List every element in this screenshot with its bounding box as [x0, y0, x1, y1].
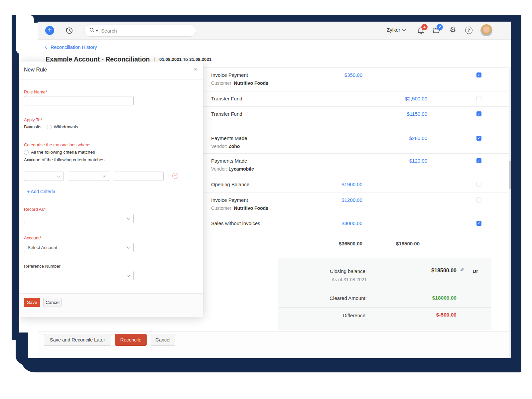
closing-balance-row: Closing balance: As of 31.08.2021 $18500…: [278, 258, 491, 290]
date-range: 01.08.2021 To 31.08.2021: [159, 57, 211, 62]
transaction-type: Opening Balance: [211, 182, 249, 187]
close-icon[interactable]: ×: [194, 66, 197, 72]
debit-indicator: Dr: [472, 268, 478, 274]
transaction-checkbox[interactable]: [476, 72, 481, 77]
search-input[interactable]: [100, 28, 175, 34]
transaction-row[interactable]: Invoice PaymentCustomer: Nutritivo Foods…: [199, 68, 509, 91]
history-icon[interactable]: [65, 26, 73, 35]
top-toolbar: + ▾ Zylker 4: [38, 22, 511, 40]
search-scope-caret-icon[interactable]: ▾: [96, 29, 98, 33]
apply-to-options: DepositsWithdrawals: [24, 124, 78, 129]
radio-option[interactable]: Withdrawals: [47, 124, 78, 129]
org-switcher[interactable]: Zylker: [387, 27, 405, 33]
rule-name-input[interactable]: [24, 96, 134, 105]
frame-notch: [16, 15, 34, 54]
org-name: Zylker: [387, 27, 400, 33]
modal-title: New Rule: [24, 67, 47, 73]
transaction-amount: $1900.00: [341, 182, 362, 187]
radio-icon[interactable]: [47, 125, 52, 129]
transaction-type: Transfer Fund: [211, 96, 242, 101]
radio-icon[interactable]: [24, 150, 29, 155]
difference-row: Difference: $-500.00: [278, 307, 491, 330]
vertical-scrollbar[interactable]: [509, 67, 511, 358]
notification-count-badge: 4: [421, 24, 428, 30]
transaction-subtext: Customer: Nutritivo Foods: [211, 80, 268, 86]
modal-footer: Save Cancel: [20, 293, 203, 317]
frame-right: [511, 15, 521, 372]
transaction-checkbox[interactable]: [476, 198, 481, 202]
record-as-select[interactable]: [24, 214, 134, 223]
transaction-row[interactable]: Transfer Fund$1150.00: [199, 107, 509, 131]
closing-balance-label: Closing balance:: [330, 268, 367, 274]
save-button[interactable]: Save: [24, 298, 40, 307]
account-select[interactable]: Select Account: [24, 243, 134, 252]
reconciliation-summary: Closing balance: As of 31.08.2021 $18500…: [278, 258, 491, 330]
cancel-button[interactable]: Cancel: [43, 298, 62, 307]
difference-value: $-500.00: [436, 312, 457, 318]
transaction-subtext: Vendor: Zoho: [211, 144, 240, 149]
transaction-type: Transfer Fund: [211, 111, 242, 117]
scrollbar-thumb[interactable]: [509, 161, 511, 189]
reference-number-select[interactable]: [24, 271, 134, 280]
criteria-value-input[interactable]: [114, 172, 164, 181]
transaction-row[interactable]: Invoice PaymentCustomer: Nutritivo Foods…: [199, 193, 509, 216]
page-footer: Save and Reconcile Later Reconcile Cance…: [38, 332, 511, 358]
radio-option[interactable]: Any one of the following criteria matche…: [24, 157, 104, 162]
transaction-checkbox[interactable]: [476, 111, 481, 116]
reconcile-button[interactable]: Reconcile: [115, 334, 147, 346]
frame-left: [12, 15, 19, 340]
save-and-reconcile-later-button[interactable]: Save and Reconcile Later: [44, 334, 111, 346]
difference-label: Difference:: [343, 313, 367, 318]
transaction-checkbox[interactable]: [476, 96, 481, 101]
transaction-checkbox[interactable]: [476, 221, 481, 226]
transaction-amount: $350.00: [344, 72, 362, 78]
edit-pencil-icon[interactable]: ✎: [460, 267, 464, 273]
transaction-row[interactable]: Transfer Fund$2,500.00: [199, 91, 509, 107]
account-label: Account*: [24, 235, 41, 240]
frame-bottom: [21, 358, 521, 372]
radio-icon[interactable]: [28, 125, 33, 129]
transaction-amount: $1150.00: [407, 111, 427, 117]
total-amount-col1: $36500.00: [339, 241, 362, 246]
search-bar[interactable]: ▾: [84, 25, 196, 37]
transaction-checkbox[interactable]: [476, 136, 481, 141]
transaction-amount: $1200.00: [341, 197, 362, 203]
radio-option[interactable]: All the following criteria matches: [24, 150, 104, 155]
new-rule-modal: New Rule × Rule Name* Apply To* Deposits…: [20, 62, 203, 317]
transaction-subtext: Vendor: Lycamobile: [211, 166, 254, 172]
total-amount-col2: $18500.00: [396, 241, 420, 246]
add-new-button[interactable]: +: [45, 26, 54, 35]
transaction-row[interactable]: Payments MadeVendor: Lycamobile$120.00: [199, 154, 509, 177]
transaction-checkbox[interactable]: [476, 158, 481, 163]
help-icon[interactable]: ?: [465, 27, 472, 34]
criteria-comparator-select[interactable]: [69, 172, 109, 181]
categorise-label: Categorise the transactions when*: [24, 142, 90, 147]
transaction-amount: $2,500.00: [405, 96, 427, 101]
radio-option[interactable]: Deposits: [24, 124, 42, 129]
record-as-label: Record As*: [24, 207, 46, 212]
chevron-left-icon: [45, 45, 49, 49]
radio-label: Withdrawals: [54, 124, 78, 129]
reference-number-label: Reference Number: [24, 264, 61, 269]
transaction-row[interactable]: Payments MadeVendor: Zoho$280.00: [199, 131, 509, 154]
criteria-field-select[interactable]: [24, 172, 64, 181]
transaction-checkbox[interactable]: [476, 182, 481, 187]
announcement-count-badge: 2: [437, 24, 443, 30]
transaction-amount: $280.00: [409, 135, 427, 141]
user-avatar[interactable]: [480, 24, 492, 36]
categorise-options: All the following criteria matchesAny on…: [24, 150, 104, 162]
breadcrumb[interactable]: Reconciliation History: [46, 45, 97, 50]
cleared-amount-row: Cleared Amount: $18000.00: [278, 290, 491, 308]
radio-icon[interactable]: [28, 158, 33, 162]
radio-label: All the following criteria matches: [31, 150, 95, 155]
remove-criteria-icon[interactable]: −: [172, 173, 178, 179]
settings-gear-icon[interactable]: ⚙: [450, 26, 456, 34]
transaction-table: Invoice PaymentCustomer: Nutritivo Foods…: [199, 67, 509, 253]
closing-balance-date: As of 31.08.2021: [332, 277, 367, 282]
footer-cancel-button[interactable]: Cancel: [151, 334, 175, 346]
add-criteria-link[interactable]: + Add Criteria: [27, 189, 55, 194]
rule-name-label: Rule Name*: [24, 89, 47, 94]
transaction-row[interactable]: Opening Balance$1900.00: [199, 177, 509, 193]
transaction-row[interactable]: Sales without invoices$3000.00: [199, 216, 509, 234]
apply-to-label: Apply To*: [24, 117, 42, 122]
